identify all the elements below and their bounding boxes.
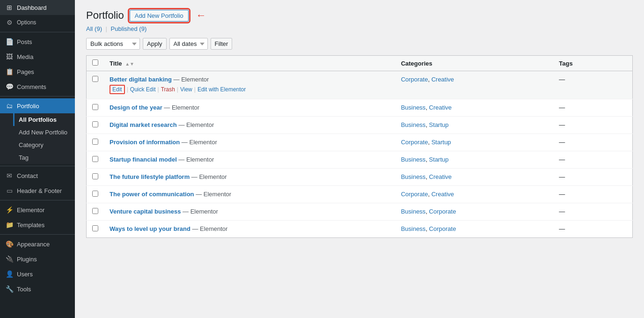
row-checkbox-cell <box>87 169 104 186</box>
action-view-link[interactable]: View <box>180 86 192 93</box>
category-link[interactable]: Corporate <box>401 191 428 198</box>
action-quick-edit-link[interactable]: Quick Edit <box>130 86 156 93</box>
row-title-suffix: — Elementor <box>162 104 199 111</box>
col-title-header[interactable]: Title ▲▼ <box>104 56 395 71</box>
category-link[interactable]: Creative <box>429 104 452 111</box>
action-trash-link[interactable]: Trash <box>161 86 175 93</box>
row-checkbox-cell <box>87 71 104 99</box>
sidebar-sub-add-new[interactable]: Add New Portfolio <box>13 126 75 139</box>
select-all-checkbox[interactable] <box>92 59 98 66</box>
category-link[interactable]: Corporate <box>429 225 456 232</box>
category-link[interactable]: Business <box>401 156 426 163</box>
sidebar-item-plugins[interactable]: 🔌 Plugins <box>0 251 75 266</box>
row-title-link[interactable]: Ways to level up your brand <box>110 225 190 232</box>
sidebar-item-templates[interactable]: 📁 Templates <box>0 217 75 232</box>
action-edit-link[interactable]: Edit <box>110 85 125 94</box>
category-link[interactable]: Corporate <box>429 208 456 215</box>
category-link[interactable]: Business <box>401 225 426 232</box>
row-checkbox[interactable] <box>92 225 98 231</box>
sidebar-item-portfolio[interactable]: 🗂 Portfolio <box>0 98 75 113</box>
row-title-link[interactable]: The future lifestyle platform <box>110 173 190 180</box>
row-title-link[interactable]: The power of communication <box>110 191 194 198</box>
sidebar-item-options[interactable]: ⚙ Options <box>0 15 75 30</box>
sidebar-item-comments[interactable]: 💬 Comments <box>0 79 75 94</box>
sidebar-item-posts[interactable]: 📄 Posts <box>0 34 75 49</box>
sidebar-item-appearance[interactable]: 🎨 Appearance <box>0 237 75 251</box>
date-filter-select[interactable]: All dates <box>169 38 208 50</box>
row-title-link[interactable]: Digital market research <box>110 121 177 128</box>
table-row: Venture capital business — ElementorBusi… <box>87 203 633 221</box>
category-link[interactable]: Creative <box>432 76 454 83</box>
filter-links: All (9) | Published (9) <box>86 25 633 32</box>
category-link[interactable]: Startup <box>429 156 449 163</box>
filter-published-link[interactable]: Published (9) <box>111 25 147 32</box>
row-title-link[interactable]: Startup financial model <box>110 156 177 163</box>
sidebar-item-dashboard[interactable]: ⊞ Dashboard <box>0 0 75 15</box>
elementor-icon: ⚡ <box>6 206 13 214</box>
sidebar-item-contact[interactable]: ✉ Contact <box>0 168 75 183</box>
filter-all-link[interactable]: All (9) <box>86 25 104 32</box>
sidebar-item-elementor[interactable]: ⚡ Elementor <box>0 202 75 217</box>
pages-icon: 📋 <box>6 68 13 75</box>
action-sep: | <box>127 86 128 93</box>
row-checkbox[interactable] <box>92 173 98 179</box>
sidebar-label-options: Options <box>17 19 36 26</box>
row-title-link[interactable]: Better digital banking <box>110 76 172 83</box>
sidebar-item-users[interactable]: 👤 Users <box>0 266 75 281</box>
page-header: Portfolio Add New Portfolio ← <box>86 9 633 22</box>
category-link[interactable]: Startup <box>429 121 449 128</box>
row-categories-cell: Business, Corporate <box>395 203 554 221</box>
category-link[interactable]: Business <box>401 208 426 215</box>
row-checkbox[interactable] <box>92 76 98 82</box>
sidebar-sub-all-portfolios[interactable]: All Portfolios <box>13 113 75 126</box>
row-categories-cell: Business, Startup <box>395 117 554 134</box>
table-row: Ways to level up your brand — ElementorB… <box>87 221 633 238</box>
category-link[interactable]: Startup <box>432 139 451 146</box>
sidebar-item-tools[interactable]: 🔧 Tools <box>0 281 75 296</box>
row-title-cell: Startup financial model — Elementor <box>104 151 395 169</box>
col-tags-header: Tags <box>553 56 632 71</box>
col-categories-header: Categories <box>395 56 554 71</box>
row-title-link[interactable]: Provision of information <box>110 139 180 146</box>
row-categories-cell: Corporate, Creative <box>395 186 554 203</box>
row-checkbox[interactable] <box>92 208 98 214</box>
filter-button[interactable]: Filter <box>211 38 233 50</box>
row-checkbox[interactable] <box>92 121 98 127</box>
sidebar-item-header-footer[interactable]: ▭ Header & Footer <box>0 183 75 198</box>
row-checkbox[interactable] <box>92 191 98 197</box>
add-new-portfolio-button[interactable]: Add New Portfolio <box>130 10 189 22</box>
row-title-suffix: — Elementor <box>194 191 231 198</box>
apply-button[interactable]: Apply <box>143 38 167 50</box>
row-tags-cell: — <box>553 117 632 134</box>
row-checkbox-cell <box>87 117 104 134</box>
row-checkbox[interactable] <box>92 104 98 110</box>
bulk-actions-select[interactable]: Bulk actions Edit Move to Trash <box>86 38 140 50</box>
row-title-link[interactable]: Venture capital business <box>110 208 181 215</box>
sidebar-item-pages[interactable]: 📋 Pages <box>0 64 75 79</box>
sidebar-sub-tag[interactable]: Tag <box>13 151 75 164</box>
category-link[interactable]: Business <box>401 104 426 111</box>
row-checkbox[interactable] <box>92 156 98 162</box>
sidebar-sub-category[interactable]: Category <box>13 139 75 151</box>
category-link[interactable]: Creative <box>432 191 454 198</box>
category-link[interactable]: Business <box>401 121 426 128</box>
category-link[interactable]: Corporate <box>401 76 428 83</box>
posts-icon: 📄 <box>6 38 13 45</box>
category-link[interactable]: Business <box>401 173 426 180</box>
category-link[interactable]: Creative <box>429 173 452 180</box>
row-checkbox-cell <box>87 221 104 238</box>
sidebar: ⊞ Dashboard ⚙ Options 📄 Posts 🖼 Media 📋 … <box>0 0 75 318</box>
category-link[interactable]: Corporate <box>401 139 428 146</box>
row-title-link[interactable]: Design of the year <box>110 104 162 111</box>
plugins-icon: 🔌 <box>6 255 13 263</box>
sidebar-label-posts: Posts <box>17 38 32 45</box>
page-title: Portfolio <box>86 9 124 22</box>
sidebar-item-media[interactable]: 🖼 Media <box>0 49 75 64</box>
templates-icon: 📁 <box>6 221 13 229</box>
portfolio-table: Title ▲▼ Categories Tags Better digital … <box>86 55 633 238</box>
row-checkbox-cell <box>87 151 104 169</box>
divider5 <box>0 234 75 235</box>
action-edit-with-elementor-link[interactable]: Edit with Elementor <box>198 86 246 93</box>
row-checkbox[interactable] <box>92 139 98 145</box>
sidebar-label-header-footer: Header & Footer <box>17 187 62 194</box>
